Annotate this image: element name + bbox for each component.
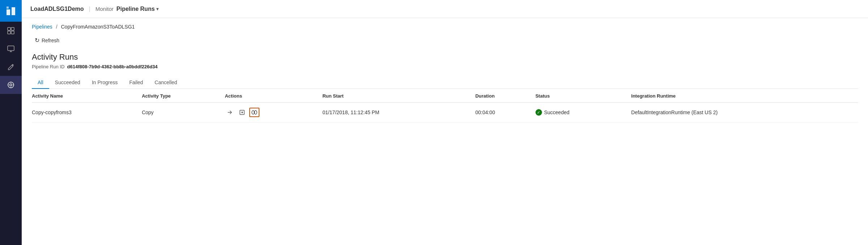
col-actions: Actions bbox=[225, 89, 322, 103]
svg-rect-2 bbox=[7, 7, 9, 9]
section-title: Activity Runs bbox=[32, 52, 858, 62]
table-row: Copy-copyfroms3 Copy bbox=[32, 103, 858, 122]
col-run-start: Run Start bbox=[322, 89, 475, 103]
refresh-label: Refresh bbox=[42, 38, 59, 43]
header-monitor: Monitor bbox=[96, 6, 114, 12]
tab-all[interactable]: All bbox=[32, 77, 49, 89]
cell-activity-name: Copy-copyfroms3 bbox=[32, 103, 142, 122]
cell-actions bbox=[225, 103, 322, 122]
sidebar bbox=[0, 0, 22, 245]
breadcrumb: Pipelines / CopyFromAmazonS3ToADLSG1 bbox=[32, 24, 858, 30]
main-content: LoadADLSG1Demo | Monitor Pipeline Runs ▾… bbox=[22, 0, 868, 245]
col-activity-name: Activity Name bbox=[32, 89, 142, 103]
activity-runs-table: Activity Name Activity Type Actions Run … bbox=[32, 89, 858, 122]
tab-in-progress[interactable]: In Progress bbox=[86, 77, 124, 89]
header-separator: | bbox=[89, 6, 90, 12]
cell-integration-runtime: DefaultIntegrationRuntime (East US 2) bbox=[631, 103, 858, 122]
sidebar-item-activity[interactable] bbox=[0, 76, 22, 94]
breadcrumb-current: CopyFromAmazonS3ToADLSG1 bbox=[61, 24, 135, 30]
pipeline-run-id-value: d614f808-7b9d-4362-bb8b-a0bddf226d34 bbox=[67, 64, 158, 69]
refresh-button[interactable]: ↻ Refresh bbox=[32, 35, 62, 45]
action-details-icon[interactable] bbox=[249, 108, 259, 117]
cell-duration: 00:04:00 bbox=[475, 103, 535, 122]
status-success-icon: ✓ bbox=[535, 109, 542, 116]
header-pipeline-runs: Pipeline Runs ▾ bbox=[117, 6, 158, 12]
status-label: Succeeded bbox=[544, 109, 570, 115]
sidebar-item-dashboard[interactable] bbox=[0, 22, 22, 40]
tab-failed[interactable]: Failed bbox=[123, 77, 149, 89]
svg-rect-3 bbox=[8, 27, 10, 30]
header: LoadADLSG1Demo | Monitor Pipeline Runs ▾ bbox=[22, 0, 868, 18]
cell-run-start: 01/17/2018, 11:12:45 PM bbox=[322, 103, 475, 122]
pipeline-run-id-label: Pipeline Run ID d614f808-7b9d-4362-bb8b-… bbox=[32, 64, 858, 69]
pipeline-runs-chevron[interactable]: ▾ bbox=[156, 7, 158, 12]
svg-rect-4 bbox=[11, 27, 14, 30]
tabs-bar: All Succeeded In Progress Failed Cancell… bbox=[32, 77, 858, 89]
svg-point-10 bbox=[8, 82, 14, 88]
svg-rect-5 bbox=[8, 31, 10, 34]
table-header-row: Activity Name Activity Type Actions Run … bbox=[32, 89, 858, 103]
cell-activity-type: Copy bbox=[142, 103, 225, 122]
app-logo bbox=[0, 0, 22, 22]
action-arrow-box-icon[interactable] bbox=[237, 108, 247, 117]
refresh-icon: ↻ bbox=[35, 37, 39, 44]
app-name: LoadADLSG1Demo bbox=[30, 6, 84, 12]
col-activity-type: Activity Type bbox=[142, 89, 225, 103]
tab-succeeded[interactable]: Succeeded bbox=[49, 77, 86, 89]
tab-cancelled[interactable]: Cancelled bbox=[149, 77, 183, 89]
content-area: Pipelines / CopyFromAmazonS3ToADLSG1 ↻ R… bbox=[22, 18, 868, 245]
svg-rect-0 bbox=[7, 9, 10, 15]
cell-status: ✓ Succeeded bbox=[535, 103, 631, 122]
col-integration-runtime: Integration Runtime bbox=[631, 89, 858, 103]
breadcrumb-pipelines-link[interactable]: Pipelines bbox=[32, 24, 52, 30]
svg-rect-1 bbox=[12, 7, 15, 15]
col-duration: Duration bbox=[475, 89, 535, 103]
svg-rect-7 bbox=[8, 46, 14, 51]
svg-point-11 bbox=[10, 84, 12, 86]
action-arrow-right-icon[interactable] bbox=[225, 108, 235, 117]
svg-point-19 bbox=[254, 112, 255, 113]
sidebar-item-edit[interactable] bbox=[0, 58, 22, 76]
sidebar-item-monitor[interactable] bbox=[0, 40, 22, 58]
breadcrumb-separator: / bbox=[56, 24, 58, 30]
col-status: Status bbox=[535, 89, 631, 103]
svg-rect-6 bbox=[11, 31, 14, 34]
